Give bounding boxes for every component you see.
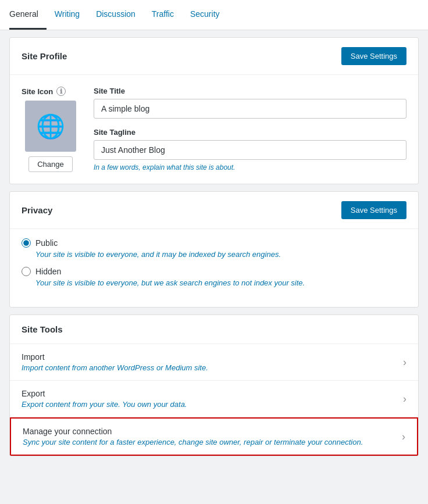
site-tools-card: Site Tools Import Import content from an…: [9, 314, 419, 456]
privacy-hidden-desc: Your site is visible to everyone, but we…: [35, 278, 406, 287]
privacy-public-radio[interactable]: [22, 238, 31, 248]
privacy-hidden-radio[interactable]: [22, 267, 31, 276]
privacy-body: Public Your site is visible to everyone,…: [10, 229, 418, 307]
site-profile-save-button[interactable]: Save Settings: [341, 47, 406, 65]
site-title-input[interactable]: [94, 99, 406, 119]
site-profile-body: Site Icon ℹ 🌐 Change Site Title Site Tag…: [10, 75, 418, 184]
site-icon-preview: 🌐: [25, 101, 76, 152]
privacy-public-label[interactable]: Public: [35, 238, 58, 248]
chevron-right-icon: ›: [403, 356, 406, 369]
privacy-hidden-row: Hidden: [22, 267, 406, 276]
change-icon-button[interactable]: Change: [28, 156, 73, 172]
tool-import-desc: Import content from another WordPress or…: [22, 363, 208, 372]
privacy-save-button[interactable]: Save Settings: [341, 201, 406, 219]
tab-general[interactable]: General: [9, 0, 47, 30]
privacy-public-option: Public Your site is visible to everyone,…: [22, 238, 406, 259]
tool-item-export[interactable]: Export Export content from your site. Yo…: [10, 381, 418, 417]
chevron-right-icon: ›: [403, 393, 406, 405]
globe-icon: 🌐: [36, 113, 65, 140]
privacy-card: Privacy Save Settings Public Your site i…: [9, 191, 419, 308]
tool-export-content: Export Export content from your site. Yo…: [22, 389, 187, 409]
privacy-hidden-option: Hidden Your site is visible to everyone,…: [22, 267, 406, 287]
tool-manage-connection-title: Manage your connection: [23, 427, 363, 436]
tool-manage-connection-content: Manage your connection Sync your site co…: [23, 427, 363, 446]
tab-security[interactable]: Security: [182, 0, 228, 30]
site-profile-title: Site Profile: [22, 51, 67, 61]
tab-discussion[interactable]: Discussion: [88, 0, 144, 30]
tool-import-content: Import Import content from another WordP…: [22, 352, 208, 372]
privacy-public-row: Public: [22, 238, 406, 248]
site-tagline-hint: In a few words, explain what this site i…: [94, 163, 406, 171]
site-title-label: Site Title: [94, 87, 406, 95]
site-tagline-label: Site Tagline: [94, 128, 406, 137]
site-icon-label: Site Icon: [22, 87, 53, 96]
privacy-title: Privacy: [22, 205, 52, 215]
site-icon-section: Site Icon ℹ 🌐 Change: [22, 87, 80, 172]
tool-import-title: Import: [22, 352, 208, 362]
tool-export-title: Export: [22, 389, 187, 398]
site-title-group: Site Title: [94, 87, 406, 119]
privacy-public-desc: Your site is visible to everyone, and it…: [35, 250, 406, 259]
privacy-header: Privacy Save Settings: [10, 192, 418, 229]
privacy-hidden-label[interactable]: Hidden: [35, 267, 61, 276]
tool-manage-connection-desc: Sync your site content for a faster expe…: [23, 438, 363, 446]
info-icon[interactable]: ℹ: [56, 87, 66, 96]
tab-writing[interactable]: Writing: [47, 0, 88, 30]
site-tagline-group: Site Tagline In a few words, explain wha…: [94, 128, 406, 171]
site-profile-header: Site Profile Save Settings: [10, 38, 418, 75]
chevron-right-icon: ›: [402, 431, 405, 443]
tool-item-import[interactable]: Import Import content from another WordP…: [10, 344, 418, 381]
tool-item-manage-connection[interactable]: Manage your connection Sync your site co…: [10, 417, 418, 456]
site-fields: Site Title Site Tagline In a few words, …: [94, 87, 406, 172]
tool-export-desc: Export content from your site. You own y…: [22, 400, 187, 409]
tabs-nav: General Writing Discussion Traffic Secur…: [0, 0, 428, 30]
site-tools-title: Site Tools: [10, 315, 418, 344]
tab-traffic[interactable]: Traffic: [144, 0, 182, 30]
site-profile-card: Site Profile Save Settings Site Icon ℹ 🌐…: [9, 37, 419, 184]
site-tagline-input[interactable]: [94, 140, 406, 160]
